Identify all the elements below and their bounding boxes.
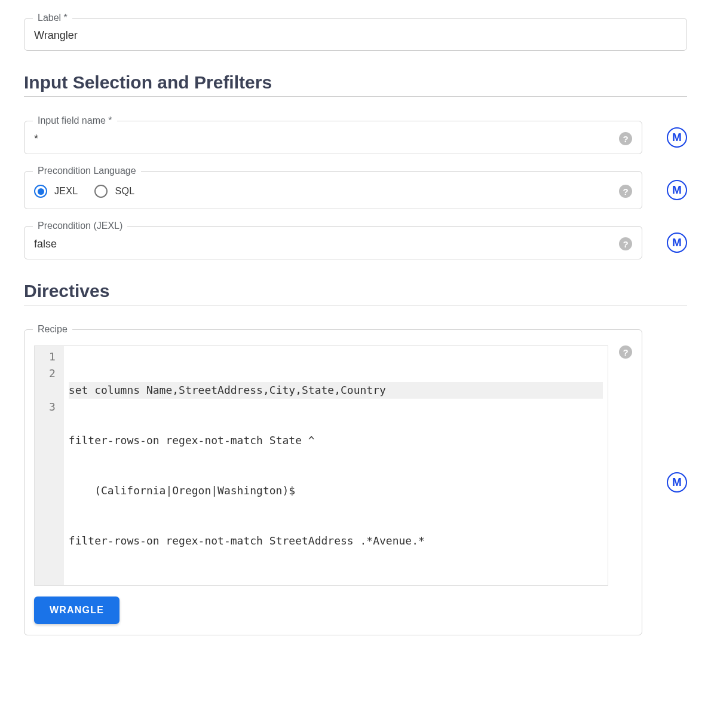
precondition-language-fieldset: Precondition Language JEXL SQL ? — [24, 171, 642, 209]
radio-jexl[interactable]: JEXL — [34, 185, 78, 198]
code-line: filter-rows-on regex-not-match StreetAdd… — [69, 533, 603, 549]
help-icon[interactable]: ? — [619, 185, 632, 198]
radio-sql-indicator — [94, 185, 108, 198]
macro-icon[interactable]: M — [667, 180, 687, 200]
code-content[interactable]: set columns Name,StreetAddress,City,Stat… — [64, 346, 608, 585]
recipe-legend: Recipe — [33, 324, 72, 335]
code-gutter: 1 2 3 — [35, 346, 64, 585]
gutter-line: 1 — [49, 348, 56, 365]
radio-sql-label: SQL — [115, 186, 134, 197]
radio-jexl-indicator — [34, 185, 47, 198]
input-field-name-legend: Input field name * — [33, 115, 117, 126]
wrangle-button[interactable]: WRANGLE — [34, 597, 119, 624]
section-input-selection-title: Input Selection and Prefilters — [24, 72, 687, 93]
macro-icon[interactable]: M — [667, 472, 687, 493]
section-divider — [24, 305, 687, 305]
radio-jexl-label: JEXL — [54, 186, 78, 197]
gutter-line: 3 — [49, 399, 56, 415]
precondition-language-legend: Precondition Language — [33, 166, 141, 176]
precondition-jexl-fieldset: Precondition (JEXL) ? — [24, 226, 642, 259]
section-directives-title: Directives — [24, 281, 687, 301]
code-line: set columns Name,StreetAddress,City,Stat… — [69, 382, 603, 399]
section-divider — [24, 96, 687, 97]
recipe-fieldset: Recipe 1 2 3 set columns Name,StreetAddr… — [24, 329, 642, 635]
precondition-jexl-input[interactable] — [34, 238, 614, 250]
help-icon[interactable]: ? — [619, 132, 632, 145]
input-field-name-input[interactable] — [34, 133, 614, 145]
label-input[interactable] — [34, 29, 677, 42]
precondition-jexl-legend: Precondition (JEXL) — [33, 221, 127, 231]
macro-icon[interactable]: M — [667, 233, 687, 253]
input-field-name-fieldset: Input field name * ? — [24, 121, 642, 154]
code-line-wrap: (California|Oregon|Washington)$ — [69, 482, 603, 499]
gutter-line: 2 — [49, 365, 56, 382]
macro-icon[interactable]: M — [667, 127, 687, 148]
radio-sql[interactable]: SQL — [94, 185, 134, 198]
gutter-line-blank — [49, 382, 56, 399]
recipe-code-editor[interactable]: 1 2 3 set columns Name,StreetAddress,Cit… — [34, 345, 608, 586]
code-line: filter-rows-on regex-not-match State ^ — [69, 432, 603, 449]
label-legend: Label * — [33, 13, 72, 23]
label-fieldset: Label * — [24, 18, 687, 51]
help-icon[interactable]: ? — [619, 237, 632, 250]
help-icon[interactable]: ? — [619, 345, 632, 359]
